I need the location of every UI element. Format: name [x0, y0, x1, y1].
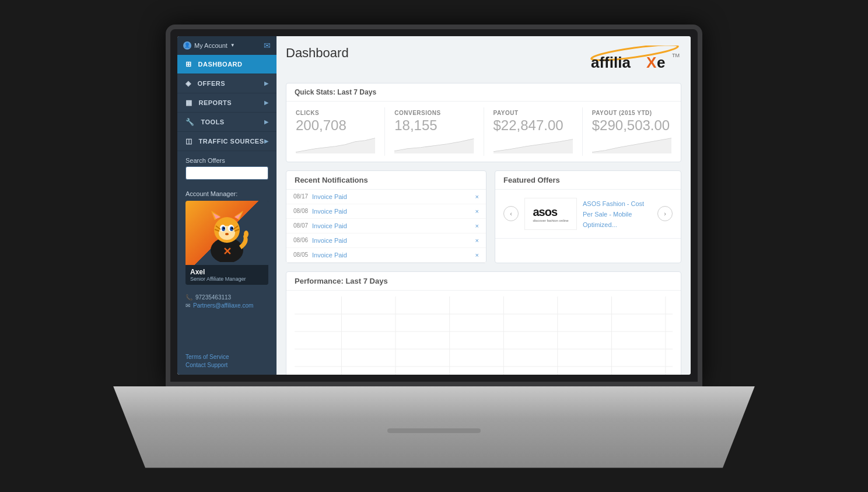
sidebar-footer: Terms of Service Contact Support	[177, 349, 276, 375]
featured-offers-header: Featured Offers	[495, 171, 681, 190]
account-label: My Account	[194, 42, 228, 49]
stat-clicks-label: CLICKS	[296, 110, 375, 116]
stat-payout-ytd-value: $290,503.00	[592, 117, 671, 134]
stat-payout: PAYOUT $22,847.00	[484, 107, 583, 156]
search-offers-section: Search Offers 🔍	[177, 151, 276, 186]
reports-icon: ▦	[186, 99, 192, 107]
mail-icon[interactable]: ✉	[264, 41, 271, 50]
stat-clicks: CLICKS 200,708	[286, 107, 385, 156]
sidebar: 👤 My Account ▼ ✉ ⊞ Dashboard	[177, 36, 276, 375]
email-icon: ✉	[186, 302, 190, 309]
svg-point-13	[231, 227, 233, 229]
notifications-card: Recent Notifications 08/17 Invoice Paid …	[286, 170, 487, 263]
asos-tagline: discover fashion online	[533, 219, 568, 222]
chevron-right-icon: ▶	[264, 119, 269, 125]
tiger-mascot-svg: ✕	[205, 204, 249, 262]
asos-logo: asos	[533, 205, 568, 219]
manager-email-link[interactable]: Partners@affiliaxe.com	[193, 302, 253, 309]
notification-date: 08/06	[293, 237, 312, 243]
sidebar-topbar: 👤 My Account ▼ ✉	[177, 36, 276, 55]
featured-next-button[interactable]: ›	[657, 206, 673, 221]
conversions-mini-chart	[394, 136, 474, 153]
sidebar-nav: ⊞ Dashboard ◈ OFFERS ▶ ▦	[177, 55, 276, 151]
manager-phone: 97235463113	[195, 294, 231, 301]
close-icon[interactable]: ×	[475, 252, 479, 259]
chevron-right-icon: ▶	[264, 138, 269, 144]
middle-row: Recent Notifications 08/17 Invoice Paid …	[286, 170, 681, 263]
performance-chart-svg: 08/11 08/12 08/13 08/14 08/15 08/16 08/1…	[295, 296, 673, 375]
page-title: Dashboard	[286, 46, 349, 61]
svg-text:✕: ✕	[223, 246, 232, 257]
stat-conversions: CONVERSIONS 18,155	[385, 107, 484, 156]
phone-item: 📞 97235463113	[186, 294, 268, 301]
payout-mini-chart	[494, 136, 573, 153]
stat-payout-value: $22,847.00	[494, 117, 573, 134]
manager-title: Senior Affiliate Manager	[190, 276, 264, 282]
user-icon: 👤	[183, 41, 191, 50]
account-menu[interactable]: 👤 My Account ▼	[183, 41, 235, 50]
stat-payout-label: PAYOUT	[494, 110, 573, 116]
close-icon[interactable]: ×	[475, 222, 479, 229]
notification-link[interactable]: Invoice Paid	[312, 237, 475, 244]
svg-point-14	[225, 233, 229, 235]
contact-section: 📞 97235463113 ✉ Partners@affiliaxe.com	[177, 289, 276, 315]
svg-point-19	[244, 231, 249, 238]
svg-text:X: X	[646, 54, 657, 71]
notification-date: 08/17	[293, 193, 312, 200]
clicks-mini-chart	[296, 136, 375, 153]
stat-conversions-value: 18,155	[394, 117, 474, 134]
chevron-right-icon: ▶	[264, 81, 269, 86]
manager-name: Axel	[190, 268, 264, 276]
notification-link[interactable]: Invoice Paid	[312, 208, 475, 215]
manager-card: ✕	[186, 201, 268, 285]
notification-item: 08/05 Invoice Paid ×	[286, 248, 486, 263]
terms-link[interactable]: Terms of Service	[186, 354, 268, 360]
notification-link[interactable]: Invoice Paid	[312, 222, 475, 229]
quick-stats-body: CLICKS 200,708 CONVERSIONS 18	[286, 102, 681, 162]
logo-area: affilia X e TM	[588, 46, 681, 75]
notification-link[interactable]: Invoice Paid	[312, 252, 475, 259]
sidebar-item-label: REPORTS	[199, 99, 232, 106]
offers-icon: ◈	[186, 79, 191, 88]
svg-marker-27	[494, 139, 573, 153]
svg-marker-28	[592, 138, 671, 153]
svg-point-12	[223, 227, 225, 229]
quick-stats-card: Quick Stats: Last 7 Days CLICKS 200,708	[286, 83, 681, 162]
sidebar-item-reports[interactable]: ▦ REPORTS ▶	[177, 93, 276, 113]
sidebar-item-offers[interactable]: ◈ OFFERS ▶	[177, 74, 276, 93]
close-icon[interactable]: ×	[475, 237, 479, 244]
notification-date: 08/05	[293, 252, 312, 258]
close-icon[interactable]: ×	[475, 193, 479, 200]
sidebar-item-dashboard[interactable]: ⊞ Dashboard	[177, 55, 276, 74]
search-label: Search Offers	[186, 157, 268, 164]
laptop-notch	[387, 428, 481, 433]
notification-date: 08/07	[293, 222, 312, 229]
close-icon[interactable]: ×	[475, 208, 479, 215]
featured-offer-image: asos discover fashion online	[524, 198, 577, 230]
sidebar-item-label: OFFERS	[198, 80, 226, 87]
email-item: ✉ Partners@affiliaxe.com	[186, 302, 268, 309]
notification-date: 08/08	[293, 208, 312, 214]
support-link[interactable]: Contact Support	[186, 362, 268, 368]
featured-prev-button[interactable]: ‹	[503, 206, 519, 221]
performance-card: Performance: Last 7 Days	[286, 271, 681, 375]
performance-header: Performance: Last 7 Days	[286, 272, 681, 291]
stat-clicks-value: 200,708	[296, 117, 375, 134]
affiliaxe-logo: affilia X e TM	[588, 46, 681, 75]
manager-avatar: ✕	[186, 201, 268, 265]
main-content: Dashboard affilia X e TM	[276, 36, 691, 375]
search-input[interactable]	[186, 167, 268, 179]
sidebar-item-label: Dashboard	[198, 61, 243, 68]
sidebar-item-tools[interactable]: 🔧 TOOLs ▶	[177, 113, 276, 132]
notification-item: 08/08 Invoice Paid ×	[286, 204, 486, 219]
featured-body: ‹ asos discover fashion online ASOS Fash…	[495, 190, 681, 238]
notification-link[interactable]: Invoice Paid	[312, 193, 475, 200]
featured-divider	[495, 238, 681, 239]
account-dropdown-icon: ▼	[230, 43, 235, 48]
featured-offer-title[interactable]: ASOS Fashion - Cost Per Sale - Mobile Op…	[583, 200, 644, 229]
phone-icon: 📞	[186, 294, 192, 301]
sidebar-item-traffic[interactable]: ◫ TRAFFIC SOURCES ▶	[177, 132, 276, 151]
featured-offer-info: ASOS Fashion - Cost Per Sale - Mobile Op…	[583, 198, 652, 230]
traffic-icon: ◫	[186, 137, 192, 145]
svg-text:affilia: affilia	[591, 54, 631, 71]
